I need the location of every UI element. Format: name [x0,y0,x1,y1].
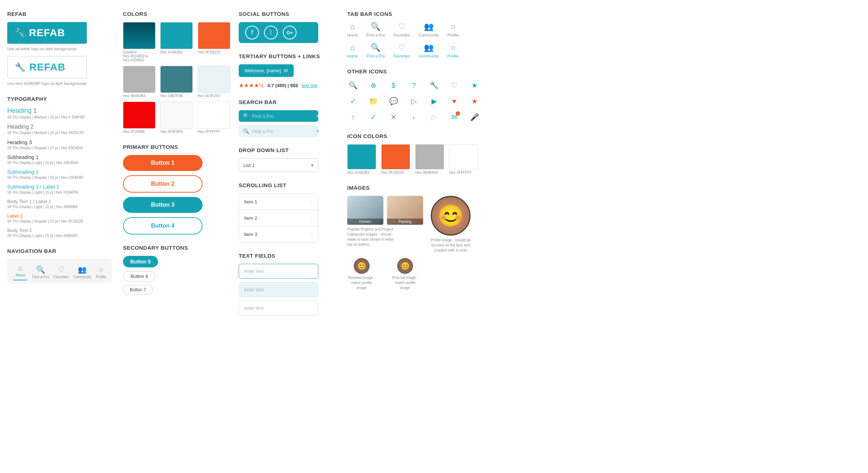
video-filled-icon[interactable]: ▶ [428,95,440,107]
button-2[interactable]: Button 2 [123,175,203,193]
search-bar-light: 🔍 ✕ [239,125,318,137]
body2-example: Body Text 2 [7,228,116,233]
tab-label-community-inactive: Community [418,33,439,37]
review-image-wrap: 😊 Reviews image - match profile image [347,258,376,291]
clear-icon-light[interactable]: ✕ [316,128,320,134]
subheading3-sub: SF Pro Display | Light | 15 pt | Hex #20… [7,190,116,194]
video-outline-icon[interactable]: ▷ [408,95,420,107]
chat-icon[interactable]: 💬 [388,95,399,107]
scroll-item-1[interactable]: Item 1 › [239,194,318,210]
apple-button[interactable]:  [264,26,278,39]
google-button[interactable]: G+ [283,26,297,39]
nav-item-favorites[interactable]: ♡ Favorites [54,265,68,279]
text-link[interactable]: text link [302,83,318,88]
star-filled-icon[interactable]: ★ [469,95,480,107]
reviews-caption: Reviews image - match profile image [347,275,376,291]
subheading1-example: Subheading 1 [7,154,116,160]
tab-label-home-active: Home [347,54,358,58]
profile-image-wrap: 😊 Profile image - should be focused on t… [429,196,472,253]
scroll-item-2[interactable]: Item 2 › [239,210,318,226]
microphone-icon[interactable]: 🎤 [469,111,480,123]
x-icon[interactable]: ✕ [388,111,399,123]
tab-icon-favorites-inactive[interactable]: ♡ Favorites [393,22,410,37]
button-6[interactable]: Button 6 [123,271,156,281]
color-swatch-gradient: GradientHex #024959 toHex #058092 [123,22,157,62]
colors-section: COLORS GradientHex #024959 toHex #058092… [123,11,231,134]
facebook-button[interactable]: f [245,26,259,39]
icon-color-gray: Hex #B4B4B4 [415,144,444,175]
nav-label-profile: Profile [96,275,106,279]
text-field-2[interactable] [239,282,318,297]
search-icon[interactable]: 🔍 [347,79,359,91]
folder-icon[interactable]: 📁 [367,95,379,107]
logo-section: REFAB 🔧 REFAB Use all-white logo on dark… [7,11,116,86]
upload-icon[interactable]: ↑ [347,111,359,123]
search-input-dark[interactable] [252,113,313,119]
mail-badge-icon[interactable]: ✉ ! [448,111,460,123]
tab-icon-community-active[interactable]: 👥 Community [418,43,439,58]
color-box-f25d28 [198,22,230,49]
tab-icon-home-active[interactable]: ⌂ Home [347,43,358,58]
nav-item-community[interactable]: 👥 Community [73,265,92,279]
check-icon[interactable]: ✓ [367,111,379,123]
close-circle-icon[interactable]: ⊗ [367,79,379,91]
heart-outline-icon[interactable]: ♡ [448,79,460,91]
images-top: Kitchen Painting Popular Projects and Pr… [347,196,564,253]
text-field-1[interactable] [239,264,318,279]
nav-item-findapro[interactable]: 🔍 Find a Pro [32,265,49,279]
color-swatch-3b7f8b: Hex #3B7F8B [160,66,194,98]
button-4[interactable]: Button 4 [123,217,203,235]
icon-color-box-orange [381,144,410,169]
tab-icon-findapro-inactive[interactable]: 🔍 Find a Pro [366,22,385,37]
welcome-button[interactable]: Welcome, [name] ✉ [239,64,294,77]
wrench-icon[interactable]: 🔧 [428,79,440,91]
button-5[interactable]: Button 5 [123,256,158,267]
text-field-3[interactable] [239,301,318,315]
images-bottom: 😊 Reviews image - match profile image 😊 … [347,258,564,291]
nav-item-home[interactable]: ⌂ Home [13,264,27,280]
navigation-title: NAVIGATION BAR [7,248,116,254]
typography-section: TYPOGRAPHY Heading 1 SF Pro Display | Me… [7,96,116,238]
clear-icon-dark[interactable]: ✕ [316,113,320,119]
video-gray-icon[interactable]: ▷ [428,111,440,123]
icon-colors-title: ICON COLORS [347,133,564,139]
tab-icon-profile-inactive[interactable]: ○ Profile [447,22,459,37]
tab-icon-findapro-active[interactable]: 🔍 Find a Pro [366,43,385,58]
dropdown-control[interactable]: List 1 ▾ [239,158,318,172]
tab-icon-home-inactive[interactable]: ⌂ Home [347,22,358,37]
color-swatch-f25d28: Hex #F25D28 [198,22,231,62]
scroll-item-2-text: Item 2 [244,215,257,221]
check-circle-icon[interactable]: ✓ [347,95,359,107]
tab-icon-profile-active[interactable]: ○ Profile [447,43,459,58]
nav-item-profile[interactable]: ○ Profile [96,266,106,279]
google-icon: G+ [286,30,293,35]
logo-dark-bg: 🔧 REFAB [7,22,87,44]
logo-text-light: REFAB [29,61,65,73]
scroll-item-3[interactable]: Item 3 › [239,226,318,242]
dollar-circle-icon[interactable]: $ [388,79,399,91]
chevron-left-icon[interactable]: ‹ [408,111,420,123]
nav-bar: ⌂ Home 🔍 Find a Pro ♡ Favorites 👥 Commun… [7,259,112,283]
tab-icon-community-inactive[interactable]: 👥 Community [418,22,439,37]
icon-color-orange: Hex #F25D28 [381,144,410,175]
button-1[interactable]: Button 1 [123,155,203,171]
search-input-light[interactable] [252,129,313,134]
label3-sub: SF Pro Display | Regular | 15 pt | Hex #… [7,219,116,223]
projects-caption: Popular Projects and Project Categories … [347,227,394,247]
logo-title: REFAB [7,11,116,17]
color-swatch-f20406: Hex #F20406 [123,102,157,134]
star-outline-icon[interactable]: ★ [469,79,480,91]
favorites-tab-icon-active: ♡ [398,43,405,52]
nav-indicator-home [13,280,27,280]
heading1-sub: SF Pro Display | Medium | 20 pt | Hex # … [7,115,116,119]
dropdown-section: DROP DOWN LIST List 1 ▾ [239,147,340,172]
question-circle-icon[interactable]: ? [408,79,420,91]
heading1-example: Heading 1 [7,107,116,115]
heart-filled-icon[interactable]: ♥ [448,95,460,107]
secondary-buttons-section: SECONDARY BUTTONS Button 5 Button 6 Butt… [123,245,231,294]
button-7[interactable]: Button 7 [123,285,153,294]
images-title: IMAGES [347,185,564,191]
community-tab-icon-inactive: 👥 [424,22,434,31]
tab-icon-favorites-active[interactable]: ♡ Favorites [393,43,410,58]
button-3[interactable]: Button 3 [123,197,203,213]
